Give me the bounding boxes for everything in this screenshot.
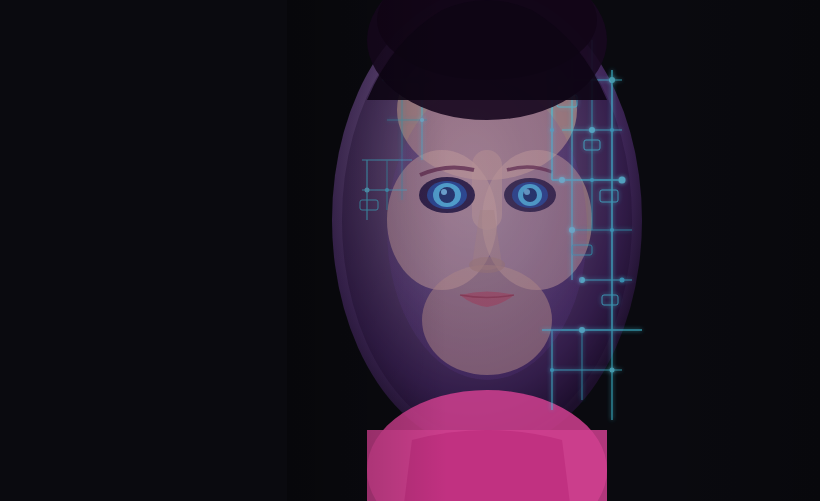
svg-point-40 [610,228,614,232]
svg-point-55 [550,368,554,372]
svg-point-34 [589,127,595,133]
svg-point-38 [618,177,625,184]
svg-point-42 [619,278,624,283]
robot-face [312,0,672,501]
svg-point-35 [610,128,614,132]
svg-point-66 [364,188,369,193]
svg-point-67 [385,188,389,192]
svg-point-37 [590,178,594,182]
svg-point-54 [609,368,614,373]
svg-point-32 [609,77,615,83]
svg-point-70 [387,80,587,380]
svg-point-53 [579,327,585,333]
main-container [0,0,820,501]
